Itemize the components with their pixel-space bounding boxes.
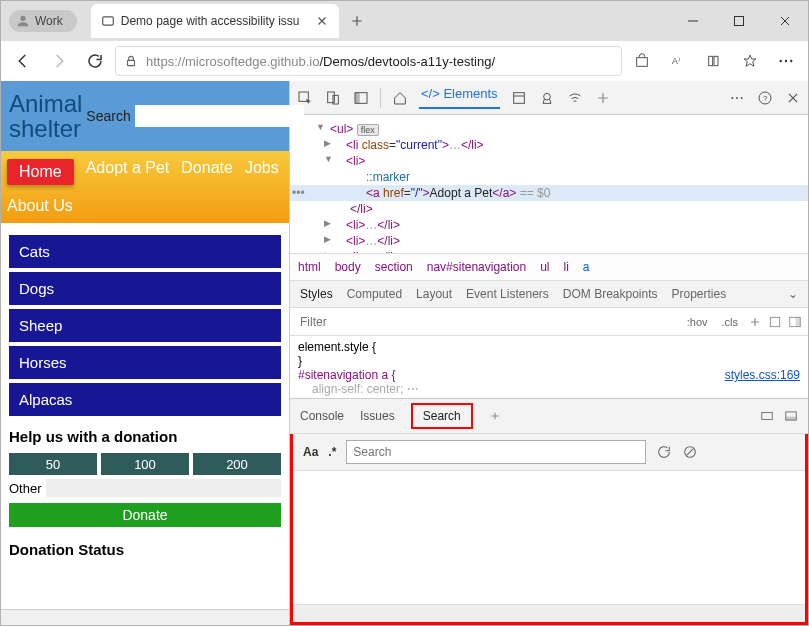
- address-bar[interactable]: https://microsoftedge.github.io/Demos/de…: [115, 46, 622, 76]
- tab-console[interactable]: Console: [300, 409, 344, 423]
- network-icon[interactable]: [566, 89, 584, 107]
- nav-adopt[interactable]: Adopt a Pet: [86, 159, 170, 185]
- dom-tree[interactable]: ▼<ul> flex ▶<li class="current">…</li> ▼…: [290, 115, 808, 253]
- svg-rect-16: [513, 92, 524, 103]
- svg-text:A⁾: A⁾: [672, 56, 680, 66]
- tab-elements[interactable]: </> Elements: [419, 86, 500, 109]
- flexbox-icon[interactable]: [768, 315, 782, 329]
- url-text: https://microsoftedge.github.io/Demos/de…: [146, 54, 613, 69]
- read-aloud-button[interactable]: A⁾: [662, 45, 694, 77]
- chevron-down-icon[interactable]: ⌄: [788, 287, 798, 301]
- collections-button[interactable]: [698, 45, 730, 77]
- tab-computed[interactable]: Computed: [347, 287, 402, 301]
- tab-listeners[interactable]: Event Listeners: [466, 287, 549, 301]
- svg-point-0: [20, 16, 25, 21]
- settings-menu-button[interactable]: [770, 45, 802, 77]
- animal-link[interactable]: Dogs: [9, 272, 281, 305]
- new-tab-button[interactable]: [343, 7, 371, 35]
- styles-filter-input[interactable]: [296, 310, 683, 334]
- donate-amount-button[interactable]: 200: [193, 453, 281, 475]
- computed-panel-icon[interactable]: [788, 315, 802, 329]
- svg-rect-15: [355, 92, 360, 103]
- regex-toggle[interactable]: .*: [328, 445, 336, 459]
- nav-jobs[interactable]: Jobs: [245, 159, 279, 185]
- source-link[interactable]: styles.css:169: [725, 368, 800, 382]
- tab-styles[interactable]: Styles: [300, 287, 333, 301]
- donate-amount-button[interactable]: 100: [101, 453, 189, 475]
- drawer-search-input[interactable]: [346, 440, 646, 464]
- animal-link[interactable]: Horses: [9, 346, 281, 379]
- shopping-button[interactable]: [626, 45, 658, 77]
- nav-home[interactable]: Home: [7, 159, 74, 185]
- tab-search[interactable]: Search: [411, 403, 473, 429]
- tab-issues[interactable]: Issues: [360, 409, 395, 423]
- svg-rect-3: [128, 60, 135, 65]
- drawer-expand-icon[interactable]: [760, 409, 774, 423]
- inspect-icon[interactable]: [296, 89, 314, 107]
- tab-layout[interactable]: Layout: [416, 287, 452, 301]
- search-input[interactable]: [135, 105, 304, 127]
- donate-submit-button[interactable]: Donate: [9, 503, 281, 527]
- search-footer: [293, 604, 805, 622]
- donate-amount-button[interactable]: 50: [9, 453, 97, 475]
- svg-rect-2: [735, 17, 744, 26]
- donate-other-input[interactable]: [46, 479, 281, 497]
- minimize-button[interactable]: [670, 5, 716, 37]
- svg-rect-24: [770, 317, 779, 326]
- refresh-search-icon[interactable]: [656, 444, 672, 460]
- plus-icon: [350, 14, 364, 28]
- donate-other-label: Other: [9, 481, 42, 496]
- forward-button: [43, 45, 75, 77]
- profile-label: Work: [35, 14, 63, 28]
- sources-icon[interactable]: [538, 89, 556, 107]
- svg-rect-29: [786, 417, 797, 421]
- nav-donate[interactable]: Donate: [181, 159, 233, 185]
- maximize-button[interactable]: [716, 5, 762, 37]
- app-icon[interactable]: [510, 89, 528, 107]
- svg-point-20: [736, 97, 738, 99]
- profile-pill[interactable]: Work: [9, 10, 77, 32]
- svg-point-9: [785, 60, 787, 62]
- svg-point-21: [741, 97, 743, 99]
- tab-favicon-icon: [101, 14, 115, 28]
- drawer-dock-icon[interactable]: [784, 409, 798, 423]
- svg-point-10: [790, 60, 792, 62]
- back-button[interactable]: [7, 45, 39, 77]
- clear-search-icon[interactable]: [682, 444, 698, 460]
- tab-title: Demo page with accessibility issu: [121, 14, 309, 28]
- svg-point-8: [780, 60, 782, 62]
- horizontal-scrollbar[interactable]: [1, 609, 289, 625]
- cls-toggle[interactable]: .cls: [718, 314, 743, 330]
- dock-icon[interactable]: [352, 89, 370, 107]
- search-label: Search: [86, 108, 130, 124]
- refresh-button[interactable]: [79, 45, 111, 77]
- svg-rect-7: [714, 56, 718, 65]
- welcome-icon[interactable]: [391, 89, 409, 107]
- page-title: Animal shelter: [9, 91, 82, 141]
- close-icon[interactable]: [315, 14, 329, 28]
- svg-point-19: [731, 97, 733, 99]
- css-rules[interactable]: element.style { } styles.css:169#sitenav…: [290, 336, 808, 398]
- match-case-toggle[interactable]: Aa: [303, 445, 318, 459]
- favorite-button[interactable]: [734, 45, 766, 77]
- help-icon[interactable]: ?: [756, 89, 774, 107]
- tab-properties[interactable]: Properties: [672, 287, 727, 301]
- window-close-button[interactable]: [762, 5, 808, 37]
- breadcrumb[interactable]: html body section nav#sitenavigation ul …: [290, 253, 808, 281]
- browser-tab[interactable]: Demo page with accessibility issu: [91, 4, 339, 38]
- add-drawer-tab-icon[interactable]: [489, 410, 501, 422]
- svg-rect-1: [103, 17, 114, 25]
- more-icon[interactable]: [728, 89, 746, 107]
- device-icon[interactable]: [324, 89, 342, 107]
- main-nav: Home Adopt a Pet Donate Jobs About Us: [1, 151, 289, 223]
- animal-link[interactable]: Alpacas: [9, 383, 281, 416]
- animal-link[interactable]: Cats: [9, 235, 281, 268]
- animal-link[interactable]: Sheep: [9, 309, 281, 342]
- lock-icon: [124, 54, 138, 68]
- tab-dom-breakpoints[interactable]: DOM Breakpoints: [563, 287, 658, 301]
- nav-about[interactable]: About Us: [7, 197, 73, 215]
- hov-toggle[interactable]: :hov: [683, 314, 712, 330]
- add-tab-icon[interactable]: [594, 89, 612, 107]
- devtools-close-icon[interactable]: [784, 89, 802, 107]
- new-rule-icon[interactable]: [748, 315, 762, 329]
